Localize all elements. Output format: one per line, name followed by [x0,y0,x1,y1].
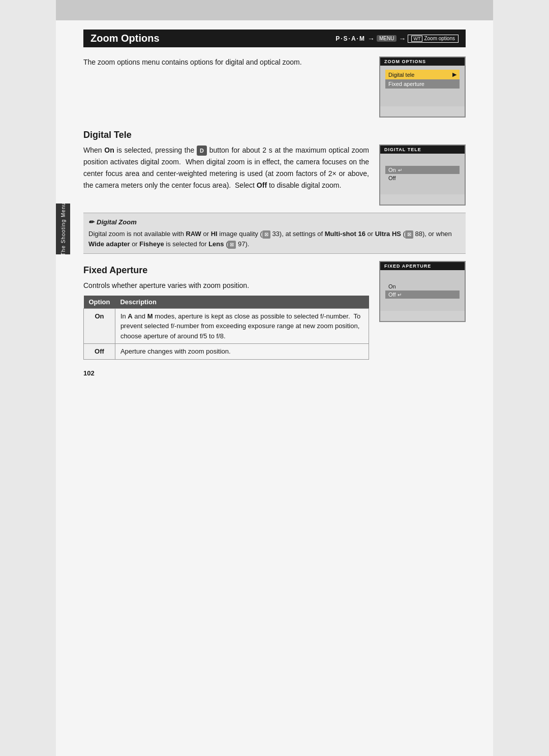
table-header-option: Option [84,296,115,309]
on-bold: On [104,146,114,154]
zoom-options-ui-box: ZOOM OPTIONS Digital tele ▶ Fixed apertu… [379,56,466,118]
options-table: Option Description On In A and M modes, … [83,296,369,360]
section-title: Zoom Options [90,33,160,44]
digital-tele-body: When On is selected, pressing the D butt… [83,144,369,191]
m-bold: M [147,312,153,320]
zoom-options-box: WT Zoom options [408,35,459,43]
nav-path: P·S·A·M → MENU → WT Zoom options [336,35,459,43]
top-bar [56,0,493,20]
digital-tele-text: When On is selected, pressing the D butt… [83,144,379,191]
pencil-icon: ✏ [88,217,94,227]
d-button-icon: D [197,146,207,156]
note-title: ✏ Digital Zoom [88,217,461,227]
digital-tele-off-item: Off [385,174,460,182]
fixed-aperture-heading: Fixed Aperture [83,265,369,276]
a-bold: A [128,312,132,320]
mode-letters: P·S·A·M [336,35,365,42]
off-bold: Off [257,181,267,189]
table-cell-on-option: On [84,308,115,344]
intro-section: The zoom options menu contains options f… [83,56,466,118]
zoom-options-item-label-1: Digital tele [388,72,414,78]
fixed-aperture-section: Fixed Aperture Controls whether aperture… [83,261,466,359]
multishot-bold: Multi-shot 16 [325,230,365,238]
ref-icon-3: ⊠ [228,241,236,249]
zoom-options-ui-title: ZOOM OPTIONS [380,57,465,66]
sidebar-tab: The Shooting Menu [56,203,70,254]
wide-bold: Wide adapter [88,240,130,248]
fixed-aperture-on-label: On [388,283,396,289]
section-title-bar: Zoom Options P·S·A·M → MENU → WT Zoom op… [83,30,466,47]
fixed-aperture-intro: Controls whether aperture varies with zo… [83,280,369,291]
nav-arrow-2: → [399,35,406,43]
digital-tele-ui-title: DIGITAL TELE [380,146,465,154]
zoom-options-item-arrow-1: ▶ [452,71,456,78]
enter-icon-2: ↵ [398,292,402,298]
fixed-aperture-off-item: Off ↵ [385,290,460,299]
zoom-options-item-digital-tele: Digital tele ▶ [385,70,460,79]
zoom-options-ui-body: Digital tele ▶ Fixed aperture [380,66,465,106]
digital-tele-on-label: On [388,167,396,173]
enter-icon-1: ↵ [398,167,402,173]
table-row-off: Off Aperture changes with zoom position. [84,344,369,360]
nav-zoom-label: Zoom options [424,36,455,41]
zoom-options-item-label-2: Fixed aperture [388,81,424,87]
raw-bold: RAW [186,230,201,238]
sidebar-tab-label: The Shooting Menu [60,202,66,255]
menu-icon: MENU [377,35,396,42]
note-body: Digital zoom is not available with RAW o… [88,229,461,249]
digital-tele-ui-body: On ↵ Off [380,154,465,194]
digital-tele-on-item: On ↵ [385,166,460,174]
digital-tele-ui-box: DIGITAL TELE On ↵ Off [379,144,466,206]
table-header-description: Description [115,296,369,309]
ultrahs-bold: Ultra HS [375,230,401,238]
table-cell-on-description: In A and M modes, aperture is kept as cl… [115,308,369,344]
fixed-aperture-ui-body: On Off ↵ [380,270,465,311]
intro-text: The zoom options menu contains options f… [83,56,379,68]
ref-icon-1: ⊠ [262,230,270,239]
note-title-text: Digital Zoom [97,217,137,227]
fixed-aperture-text: Fixed Aperture Controls whether aperture… [83,261,379,359]
digital-tele-off-label: Off [388,175,395,181]
intro-paragraph: The zoom options menu contains options f… [83,56,369,68]
main-content: The Shooting Menu Zoom Options P·S·A·M →… [56,20,493,387]
zoom-options-item-fixed-aperture: Fixed aperture [385,79,460,89]
wt-icon: WT [411,36,422,42]
page-number: 102 [83,369,95,377]
digital-tele-heading: Digital Tele [83,130,466,140]
fixed-aperture-off-label: Off [388,292,395,298]
lens-bold: Lens [208,240,224,248]
table-row-on: On In A and M modes, aperture is kept as… [84,308,369,344]
nav-arrow-1: → [368,35,375,43]
fisheye-bold: Fisheye [139,240,164,248]
hi-bold: HI [211,230,218,238]
fixed-aperture-ui-box: FIXED APERTURE On Off ↵ [379,261,466,322]
table-cell-off-option: Off [84,344,115,360]
note-box: ✏ Digital Zoom Digital zoom is not avail… [83,213,466,254]
fixed-aperture-ui-title: FIXED APERTURE [380,262,465,270]
page: The Shooting Menu Zoom Options P·S·A·M →… [56,0,493,756]
table-cell-off-description: Aperture changes with zoom position. [115,344,369,360]
digital-tele-section: When On is selected, pressing the D butt… [83,144,466,206]
fixed-aperture-on-item: On [385,282,460,290]
ref-icon-2: ⊠ [405,230,413,239]
